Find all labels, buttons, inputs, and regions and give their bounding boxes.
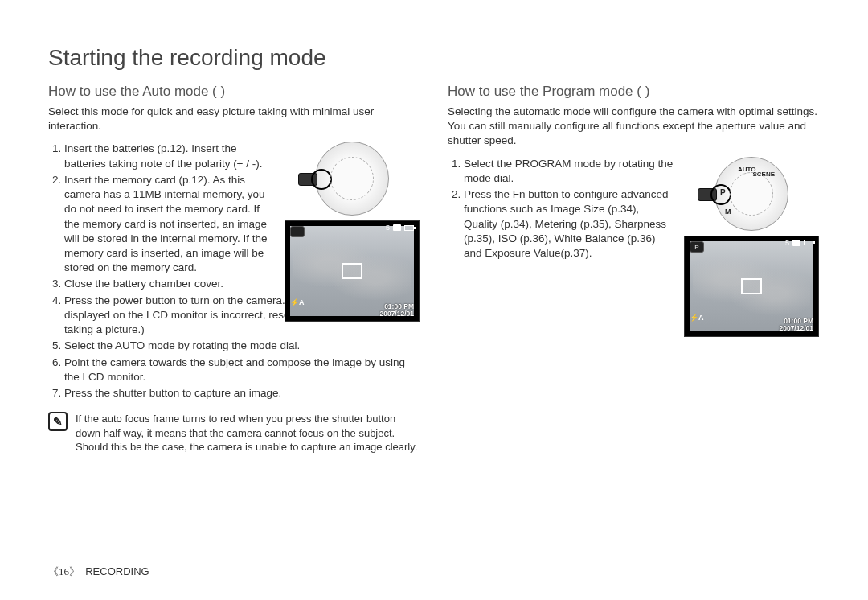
lcd-mode-icon: P xyxy=(690,241,704,253)
lcd-status-bar: 5 xyxy=(386,224,414,232)
program-mode-intro: Selecting the automatic mode will conﬁgu… xyxy=(448,105,820,149)
lcd-preview-program: P ⚡A 5 01:00 PM 2007/12/01 xyxy=(684,236,819,337)
auto-mode-intro: Select this mode for quick and easy pict… xyxy=(48,105,420,134)
footer-section: _RECORDING xyxy=(80,565,149,577)
dial-letter-p: P xyxy=(720,188,726,197)
page-footer: 《16》_RECORDING xyxy=(48,565,149,579)
auto-mode-section: How to use the Auto mode ( ) Select this… xyxy=(48,84,420,454)
card-icon xyxy=(393,224,401,231)
dial-label-m: M xyxy=(725,208,731,216)
auto-step: Press the shutter button to capture an i… xyxy=(64,386,420,401)
program-mode-section: How to use the Program mode ( ) Selectin… xyxy=(448,84,820,454)
lcd-flash-icon: ⚡A xyxy=(690,314,704,322)
card-icon xyxy=(792,240,800,246)
dial-highlight-circle xyxy=(311,169,332,190)
lcd-mode-icon xyxy=(290,226,305,237)
lcd-shot-count: 5 xyxy=(785,239,789,247)
mode-dial-illustration xyxy=(315,142,389,216)
manual-page: Starting the recording mode How to use t… xyxy=(0,0,868,600)
lcd-date: 2007/12/01 xyxy=(379,310,414,318)
lcd-focus-frame xyxy=(342,263,362,279)
lcd-shot-count: 5 xyxy=(386,224,390,232)
mode-dial-illustration: P AUTO SCENE M xyxy=(714,157,788,231)
lcd-date: 2007/12/01 xyxy=(779,325,813,332)
lcd-flash-icon: ⚡A xyxy=(290,298,305,306)
auto-mode-heading: How to use the Auto mode ( ) xyxy=(48,84,420,100)
auto-step: Point the camera towards the subject and… xyxy=(64,355,420,384)
battery-icon xyxy=(404,225,414,231)
dial-label-scene: SCENE xyxy=(752,171,775,178)
page-number: 《16》 xyxy=(48,565,80,577)
auto-steps-with-figure: ⚡A 5 01:00 PM 2007/12/01 xyxy=(48,142,420,401)
lcd-datetime: 01:00 PM 2007/12/01 xyxy=(779,318,813,333)
auto-note-text: If the auto focus frame turns to red whe… xyxy=(76,412,420,454)
program-figure-stack: P AUTO SCENE M P ⚡A 5 xyxy=(683,157,820,337)
note-glyph: ✎ xyxy=(53,415,63,428)
battery-icon xyxy=(804,240,813,245)
auto-step: Select the AUTO mode by rotating the mod… xyxy=(64,339,420,353)
lcd-focus-frame xyxy=(741,278,762,294)
auto-note: ✎ If the auto focus frame turns to red w… xyxy=(48,412,420,454)
dial-label-auto: AUTO xyxy=(738,166,756,173)
two-column-layout: How to use the Auto mode ( ) Select this… xyxy=(48,84,820,454)
lcd-datetime: 01:00 PM 2007/12/01 xyxy=(379,303,414,318)
lcd-preview-auto: ⚡A 5 01:00 PM 2007/12/01 xyxy=(285,220,420,322)
auto-figure-stack: ⚡A 5 01:00 PM 2007/12/01 xyxy=(284,142,420,322)
program-steps-with-figure: P AUTO SCENE M P ⚡A 5 xyxy=(448,157,820,261)
note-icon: ✎ xyxy=(48,412,68,431)
page-title: Starting the recording mode xyxy=(48,45,820,71)
program-mode-heading: How to use the Program mode ( ) xyxy=(448,84,820,100)
lcd-status-bar: 5 xyxy=(785,239,813,247)
